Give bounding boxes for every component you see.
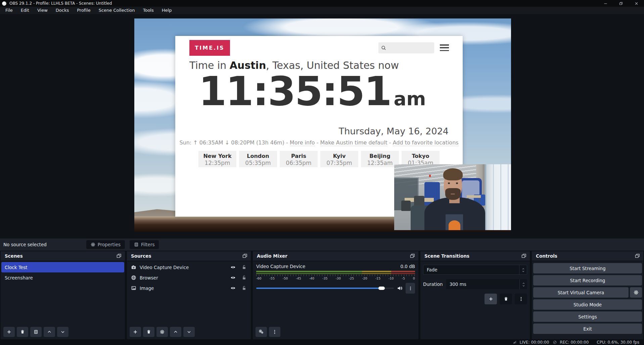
menu-view[interactable]: View xyxy=(33,7,52,14)
popout-icon[interactable] xyxy=(117,253,122,259)
meter-scale-labels: -60-55-50-45-40-35-30-25-20-15-10-50 xyxy=(256,276,415,280)
dock-area: Scenes Clock Test Screenshare Sources xyxy=(0,251,644,339)
add-scene-button[interactable] xyxy=(3,327,15,337)
transition-select-arrows[interactable] xyxy=(519,265,527,274)
sources-title: Sources xyxy=(131,253,151,259)
preview-canvas[interactable]: TIME.IS Time in Austin, Texas, United St… xyxy=(134,18,511,232)
person-head xyxy=(444,170,462,199)
cpu-fps-status: CPU: 0.6%, 30.00 fps xyxy=(597,340,639,345)
more-info-link[interactable]: More info xyxy=(290,139,315,146)
menu-docks[interactable]: Docks xyxy=(52,7,73,14)
remove-scene-button[interactable] xyxy=(17,327,28,337)
start-virtual-camera-button[interactable]: Start Virtual Camera xyxy=(533,287,629,298)
gear-icon xyxy=(634,290,639,295)
city-box-kyiv[interactable]: Kyiv 07:35pm xyxy=(320,151,358,167)
audio-mixer-panel: Audio Mixer Video Capture Device 0.0 dB … xyxy=(253,251,418,339)
remove-source-button[interactable] xyxy=(143,327,154,337)
controls-title: Controls xyxy=(536,253,557,259)
volume-slider-handle[interactable] xyxy=(378,287,385,290)
menu-tools[interactable]: Tools xyxy=(139,7,158,14)
image-icon xyxy=(131,286,136,291)
properties-button[interactable]: Properties xyxy=(86,240,125,249)
controls-panel: Controls Start Streaming Start Recording… xyxy=(532,251,643,339)
scene-down-button[interactable] xyxy=(57,327,68,337)
timeis-logo[interactable]: TIME.IS xyxy=(189,40,230,56)
popout-icon[interactable] xyxy=(242,253,247,259)
make-default-link[interactable]: Make Austin time default xyxy=(320,139,387,146)
scene-transitions-panel: Scene Transitions Fade Duration 300 ms xyxy=(420,251,530,339)
filters-button[interactable]: Filters xyxy=(130,240,159,249)
scene-up-button[interactable] xyxy=(44,327,55,337)
webcam-overlay[interactable] xyxy=(394,164,511,230)
gear-icon xyxy=(91,242,95,247)
source-item-video-capture[interactable]: Video Capture Device xyxy=(128,262,250,272)
lock-icon[interactable] xyxy=(241,275,247,280)
office-windows xyxy=(484,164,511,230)
virtual-camera-settings-button[interactable] xyxy=(630,287,642,298)
popout-icon[interactable] xyxy=(521,253,526,259)
source-item-browser[interactable]: Browser xyxy=(128,272,250,283)
globe-icon xyxy=(131,275,136,280)
hamburger-menu-icon[interactable] xyxy=(440,44,449,51)
mixer-item-menu-button[interactable] xyxy=(406,283,415,294)
scene-filters-button[interactable] xyxy=(30,327,42,337)
sun-info-line: Sun: ↑ 06:35AM ↓ 08:20PM (13h 46m) - Mor… xyxy=(175,139,463,146)
eye-icon[interactable] xyxy=(230,265,236,270)
popout-icon[interactable] xyxy=(410,253,415,259)
menu-scene-collection[interactable]: Scene Collection xyxy=(95,7,139,14)
mixer-menu-button[interactable] xyxy=(269,327,280,337)
restore-button[interactable] xyxy=(613,0,629,7)
lock-icon[interactable] xyxy=(241,265,247,270)
transition-select[interactable]: Fade xyxy=(423,265,527,275)
search-input[interactable] xyxy=(378,42,434,53)
close-button[interactable] xyxy=(629,0,644,7)
remove-transition-button[interactable] xyxy=(500,294,512,304)
mixer-device-label: Video Capture Device xyxy=(256,264,305,269)
mixer-db-value: 0.0 dB xyxy=(400,264,415,269)
duration-spin-arrows[interactable] xyxy=(519,279,527,289)
menu-help[interactable]: Help xyxy=(158,7,176,14)
city-box-london[interactable]: London 05:35pm xyxy=(239,151,277,167)
speaker-icon[interactable] xyxy=(397,286,403,291)
source-status-text: No source selected xyxy=(3,242,47,247)
source-up-button[interactable] xyxy=(170,327,181,337)
city-box-new-york[interactable]: New York 12:35pm xyxy=(198,151,236,167)
scene-item-clock-test[interactable]: Clock Test xyxy=(1,262,124,272)
source-item-image[interactable]: Image xyxy=(128,283,250,293)
add-favorite-link[interactable]: Add to favorite locations xyxy=(393,139,459,146)
menu-profile[interactable]: Profile xyxy=(73,7,94,14)
filter-icon xyxy=(134,242,139,247)
obs-logo-icon xyxy=(2,1,6,6)
volume-meter: -60-55-50-45-40-35-30-25-20-15-10-50 xyxy=(256,271,415,280)
volume-slider[interactable] xyxy=(256,288,394,289)
popout-icon[interactable] xyxy=(635,253,640,259)
settings-button[interactable]: Settings xyxy=(533,311,642,322)
start-streaming-button[interactable]: Start Streaming xyxy=(533,263,642,273)
minimize-button[interactable] xyxy=(598,0,613,7)
advanced-audio-button[interactable] xyxy=(256,327,267,337)
add-source-button[interactable] xyxy=(130,327,141,337)
search-icon xyxy=(381,45,386,50)
studio-mode-button[interactable]: Studio Mode xyxy=(533,299,642,310)
scenes-title: Scenes xyxy=(5,253,23,259)
menu-edit[interactable]: Edit xyxy=(17,7,33,14)
record-inactive-icon xyxy=(552,340,557,344)
source-down-button[interactable] xyxy=(183,327,195,337)
city-box-paris[interactable]: Paris 06:35pm xyxy=(280,151,318,167)
scene-item-screenshare[interactable]: Screenshare xyxy=(1,272,124,283)
rec-status: REC: 00:00:00 xyxy=(552,340,589,345)
exit-button[interactable]: Exit xyxy=(533,324,642,334)
transition-menu-button[interactable] xyxy=(515,294,527,304)
eye-icon[interactable] xyxy=(230,275,236,280)
add-transition-button[interactable] xyxy=(485,294,497,304)
menu-file[interactable]: File xyxy=(1,7,17,14)
city-box-beijing[interactable]: Beijing 12:35am xyxy=(361,151,399,167)
window-buttons xyxy=(598,0,644,7)
eye-icon[interactable] xyxy=(230,286,236,291)
sources-panel: Sources Video Capture Device Browser xyxy=(127,251,251,339)
am-pm: am xyxy=(394,88,426,110)
lock-icon[interactable] xyxy=(241,286,247,291)
duration-spinbox[interactable]: 300 ms xyxy=(446,279,527,289)
start-recording-button[interactable]: Start Recording xyxy=(533,275,642,286)
source-properties-button[interactable] xyxy=(156,327,168,337)
